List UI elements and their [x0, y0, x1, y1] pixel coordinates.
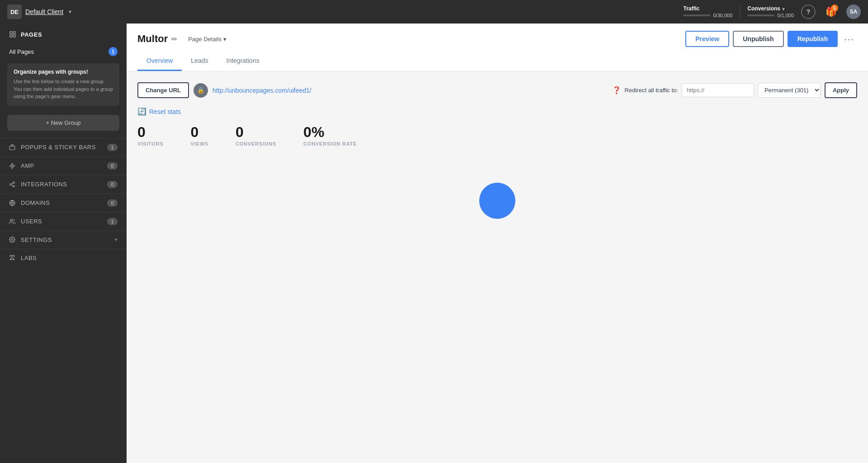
- popups-badge: 1: [107, 144, 118, 151]
- tab-overview[interactable]: Overview: [137, 52, 182, 71]
- amp-badge: 0: [107, 162, 118, 170]
- stat-views: 0 VIEWS: [191, 125, 208, 146]
- conversions-dropdown-icon[interactable]: ▾: [782, 6, 785, 12]
- client-name-link[interactable]: Default Client: [25, 8, 63, 15]
- page-actions: Preview Unpublish Republish ···: [685, 31, 857, 47]
- amp-icon: [9, 163, 15, 169]
- stat-conversions: 0 CONVERSIONS: [236, 125, 276, 146]
- sidebar-nav-left-domains: DOMAINS: [9, 199, 50, 206]
- conversion-rate-label: CONVERSION RATE: [303, 141, 357, 146]
- svg-rect-2: [13, 35, 15, 37]
- stat-conversion-rate: 0% CONVERSION RATE: [303, 125, 357, 146]
- sidebar-item-all-pages[interactable]: All Pages 1: [0, 43, 127, 60]
- sidebar-item-settings[interactable]: SETTINGS ▾: [0, 231, 127, 249]
- loading-spinner-container: [137, 146, 857, 237]
- more-options-button[interactable]: ···: [841, 34, 857, 44]
- organize-info-title: Organize pages with groups!: [14, 69, 113, 75]
- client-dropdown-icon[interactable]: ▾: [69, 9, 71, 15]
- reset-icon: 🔄: [137, 107, 146, 116]
- page-details-arrow-icon: ▾: [223, 36, 226, 43]
- amp-label: AMP: [21, 162, 34, 169]
- new-group-button[interactable]: + New Group: [7, 115, 119, 131]
- client-avatar: DE: [7, 5, 22, 19]
- gift-button[interactable]: 🎁 5: [823, 4, 839, 20]
- svg-rect-3: [10, 35, 12, 37]
- sidebar-nav-left-popups: POPUPS & STICKY BARS: [9, 144, 96, 151]
- lock-icon: 🔒: [193, 83, 208, 98]
- svg-rect-4: [9, 146, 15, 150]
- svg-marker-5: [10, 163, 15, 169]
- reset-stats-label: Reset stats: [149, 108, 181, 115]
- tab-leads[interactable]: Leads: [182, 52, 217, 71]
- app-body: PAGES All Pages 1 Organize pages with gr…: [0, 24, 868, 463]
- tab-integrations[interactable]: Integrations: [217, 52, 269, 71]
- reset-stats-button[interactable]: 🔄 Reset stats: [137, 107, 181, 116]
- apply-button[interactable]: Apply: [825, 82, 857, 98]
- traffic-count: 0/30,000: [713, 13, 732, 18]
- change-url-button[interactable]: Change URL: [137, 82, 189, 98]
- svg-point-13: [10, 219, 13, 221]
- help-button[interactable]: ?: [801, 5, 816, 19]
- popups-icon: [9, 144, 15, 151]
- traffic-bar: [683, 14, 710, 16]
- svg-point-7: [10, 184, 12, 185]
- svg-rect-0: [10, 32, 12, 34]
- main-content: Multor ✏ Page Details ▾ Preview Unpublis…: [127, 24, 868, 463]
- user-avatar-button[interactable]: SA: [846, 5, 861, 19]
- redirect-type-select[interactable]: Permanent (301) Temporary (302): [758, 83, 821, 98]
- unpublish-button[interactable]: Unpublish: [733, 31, 783, 47]
- preview-button[interactable]: Preview: [685, 31, 729, 47]
- sidebar-nav-left-amp: AMP: [9, 162, 34, 169]
- redirect-help-icon[interactable]: ❓: [612, 86, 621, 94]
- svg-point-14: [11, 239, 13, 241]
- visitors-label: VISITORS: [137, 141, 164, 146]
- integrations-label: INTEGRATIONS: [21, 181, 67, 188]
- page-details-label: Page Details: [188, 36, 222, 43]
- stat-visitors: 0 VISITORS: [137, 125, 164, 146]
- domains-icon: [9, 200, 15, 206]
- redirect-url-input[interactable]: [682, 83, 754, 97]
- users-badge: 1: [107, 218, 118, 225]
- svg-rect-1: [13, 32, 15, 34]
- redirect-section: ❓ Redirect all traffic to: Permanent (30…: [612, 82, 857, 98]
- traffic-label: Traffic: [683, 5, 699, 12]
- topnav-left: DE Default Client ▾: [7, 5, 71, 19]
- stats-row: 0 VISITORS 0 VIEWS 0 CONVERSIONS 0% CONV…: [137, 125, 857, 146]
- republish-button[interactable]: Republish: [788, 31, 838, 47]
- topnav-right: Traffic 0/30,000 Conversions ▾ 0/1,000 ?: [683, 4, 861, 20]
- organize-info-box: Organize pages with groups! Use the link…: [7, 63, 119, 106]
- visitors-value: 0: [137, 125, 164, 139]
- page-title-row: Multor ✏ Page Details ▾ Preview Unpublis…: [137, 31, 857, 47]
- page-url-link[interactable]: http://unbouncepages.com/uifeed1/: [212, 87, 311, 94]
- sidebar-nav-left-labs: LABS: [9, 255, 37, 261]
- page-header: Multor ✏ Page Details ▾ Preview Unpublis…: [127, 24, 868, 71]
- pages-icon: [9, 31, 16, 38]
- popups-label: POPUPS & STICKY BARS: [21, 144, 96, 151]
- sidebar-item-labs[interactable]: LABS: [0, 249, 127, 267]
- all-pages-label: All Pages: [9, 48, 34, 55]
- sidebar-item-amp[interactable]: AMP 0: [0, 156, 127, 175]
- sidebar-item-users[interactable]: USERS 1: [0, 212, 127, 231]
- page-details-button[interactable]: Page Details ▾: [188, 36, 226, 43]
- conversions-label: Conversions: [747, 5, 780, 12]
- domains-label: DOMAINS: [21, 199, 50, 206]
- top-navigation: DE Default Client ▾ Traffic 0/30,000 Con…: [0, 0, 868, 24]
- sidebar-item-popups[interactable]: POPUPS & STICKY BARS 1: [0, 138, 127, 156]
- labs-icon: [9, 255, 15, 261]
- conversions-bar: [747, 14, 774, 16]
- sidebar-nav-left-users: USERS: [9, 218, 42, 225]
- sidebar-item-integrations[interactable]: INTEGRATIONS 0: [0, 175, 127, 194]
- sidebar-item-domains[interactable]: DOMAINS 0: [0, 194, 127, 212]
- tabs-row: Overview Leads Integrations: [137, 52, 857, 71]
- views-label: VIEWS: [191, 141, 208, 146]
- metric-separator: [740, 5, 740, 19]
- sidebar-pages-title: PAGES: [9, 31, 42, 38]
- loading-spinner: [479, 183, 515, 219]
- svg-point-8: [13, 185, 15, 187]
- svg-line-10: [11, 183, 13, 184]
- url-row: Change URL 🔒 http://unbouncepages.com/ui…: [137, 82, 857, 98]
- edit-title-icon[interactable]: ✏: [171, 35, 177, 43]
- gift-badge: 5: [831, 5, 838, 12]
- sidebar-nav-left-settings: SETTINGS: [9, 236, 52, 243]
- views-value: 0: [191, 125, 208, 139]
